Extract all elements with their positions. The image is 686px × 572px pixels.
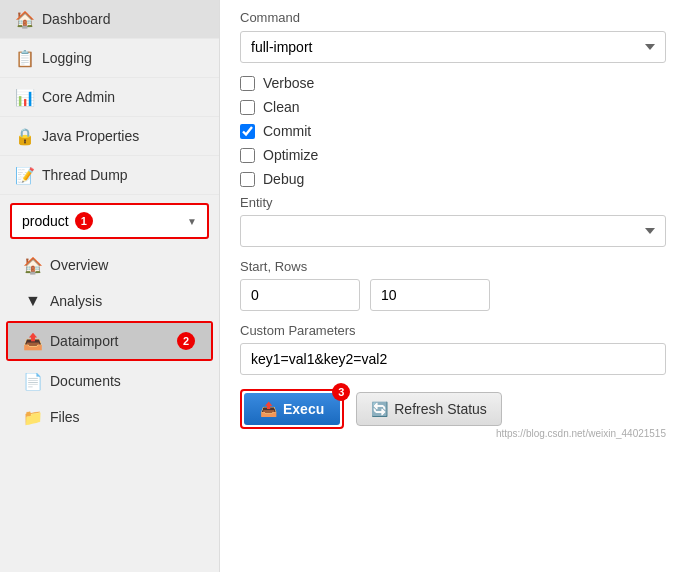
sidebar-item-analysis[interactable]: ▼ Analysis [0, 283, 219, 319]
entity-select[interactable] [240, 215, 666, 247]
sidebar-item-label: Files [50, 409, 80, 425]
action-buttons: 📤 Execu 3 🔄 Refresh Status [240, 389, 666, 429]
sidebar-item-label: Analysis [50, 293, 102, 309]
custom-params-input[interactable] [240, 343, 666, 375]
sidebar-item-java-properties[interactable]: 🔒 Java Properties [0, 117, 219, 156]
entity-label: Entity [240, 195, 666, 210]
sidebar-item-label: Overview [50, 257, 108, 273]
logging-icon: 📋 [16, 49, 34, 67]
sidebar-item-label: Dashboard [42, 11, 111, 27]
command-label: Command [240, 10, 666, 25]
command-select[interactable]: full-import delta-import status reload-c… [240, 31, 666, 63]
checkbox-debug: Debug [240, 171, 666, 187]
core-admin-icon: 📊 [16, 88, 34, 106]
optimize-label[interactable]: Optimize [263, 147, 318, 163]
sidebar-item-dataimport[interactable]: 📤 Dataimport 2 [8, 323, 211, 359]
optimize-checkbox[interactable] [240, 148, 255, 163]
core-selector[interactable]: product 1 ▼ [12, 205, 207, 237]
refresh-status-button[interactable]: 🔄 Refresh Status [356, 392, 502, 426]
main-content: Command full-import delta-import status … [220, 0, 686, 572]
checkbox-clean: Clean [240, 99, 666, 115]
refresh-label: Refresh Status [394, 401, 487, 417]
sidebar-item-files[interactable]: 📁 Files [0, 399, 219, 435]
start-rows-label: Start, Rows [240, 259, 666, 274]
rows-input[interactable] [370, 279, 490, 311]
checkbox-commit: Commit [240, 123, 666, 139]
execute-button[interactable]: 📤 Execu [244, 393, 340, 425]
sidebar-item-core-admin[interactable]: 📊 Core Admin [0, 78, 219, 117]
refresh-icon: 🔄 [371, 401, 388, 417]
sidebar-item-overview[interactable]: 🏠 Overview [0, 247, 219, 283]
java-properties-icon: 🔒 [16, 127, 34, 145]
overview-icon: 🏠 [24, 256, 42, 274]
sidebar: 🏠 Dashboard 📋 Logging 📊 Core Admin 🔒 Jav… [0, 0, 220, 572]
sidebar-item-dashboard[interactable]: 🏠 Dashboard [0, 0, 219, 39]
chevron-down-icon: ▼ [187, 216, 197, 227]
sidebar-item-documents[interactable]: 📄 Documents [0, 363, 219, 399]
core-name: product [22, 213, 69, 229]
checkbox-verbose: Verbose [240, 75, 666, 91]
commit-label[interactable]: Commit [263, 123, 311, 139]
sidebar-item-label: Documents [50, 373, 121, 389]
sidebar-item-label: Core Admin [42, 89, 115, 105]
execute-button-wrapper: 📤 Execu 3 [240, 389, 344, 429]
documents-icon: 📄 [24, 372, 42, 390]
watermark: https://blog.csdn.net/weixin_44021515 [496, 428, 666, 439]
commit-checkbox[interactable] [240, 124, 255, 139]
sidebar-item-thread-dump[interactable]: 📝 Thread Dump [0, 156, 219, 195]
sidebar-item-label: Java Properties [42, 128, 139, 144]
sidebar-item-logging[interactable]: 📋 Logging [0, 39, 219, 78]
clean-checkbox[interactable] [240, 100, 255, 115]
start-input[interactable] [240, 279, 360, 311]
sidebar-item-label: Logging [42, 50, 92, 66]
thread-dump-icon: 📝 [16, 166, 34, 184]
verbose-label[interactable]: Verbose [263, 75, 314, 91]
files-icon: 📁 [24, 408, 42, 426]
start-rows-fields [240, 279, 666, 311]
dashboard-icon: 🏠 [16, 10, 34, 28]
custom-params-label: Custom Parameters [240, 323, 666, 338]
debug-checkbox[interactable] [240, 172, 255, 187]
dataimport-badge: 2 [177, 332, 195, 350]
analysis-icon: ▼ [24, 292, 42, 310]
core-badge: 1 [75, 212, 93, 230]
verbose-checkbox[interactable] [240, 76, 255, 91]
core-dropdown-wrapper: product 1 ▼ [10, 203, 209, 239]
sidebar-item-label: Thread Dump [42, 167, 128, 183]
execute-label: Execu [283, 401, 324, 417]
debug-label[interactable]: Debug [263, 171, 304, 187]
dataimport-icon: 📤 [24, 332, 42, 350]
sidebar-item-label: Dataimport [50, 333, 118, 349]
clean-label[interactable]: Clean [263, 99, 300, 115]
execute-icon: 📤 [260, 401, 277, 417]
execute-badge: 3 [332, 383, 350, 401]
checkbox-optimize: Optimize [240, 147, 666, 163]
